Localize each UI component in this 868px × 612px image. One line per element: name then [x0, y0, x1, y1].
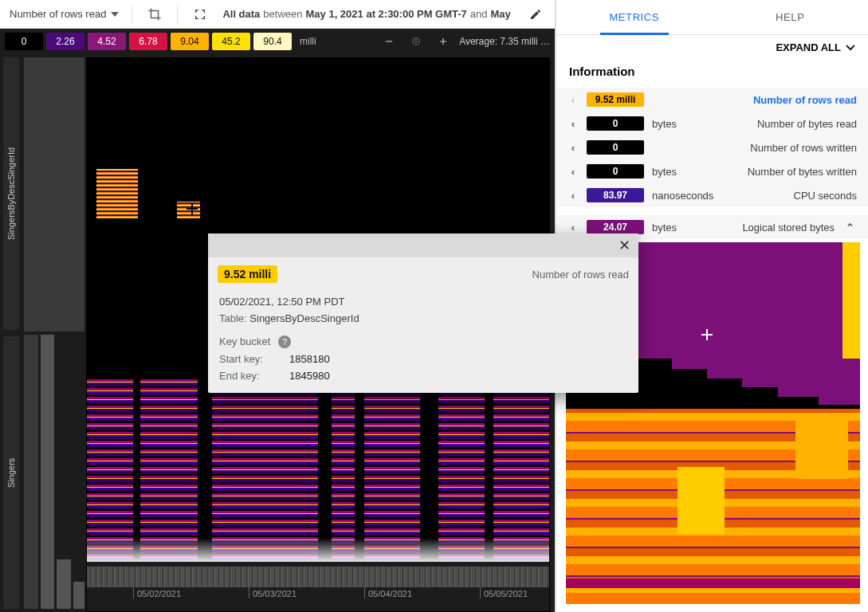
tooltip-startkey-value: 1858180	[289, 353, 627, 365]
legend-swatch[interactable]: 6.78	[129, 33, 167, 50]
time-tick: 05/03/2021	[249, 587, 297, 598]
metric-name: Logical stored bytes	[732, 222, 835, 233]
chevron-left-icon: ‹	[568, 94, 579, 106]
chevron-up-icon[interactable]: ⌃	[842, 222, 857, 233]
side-aggregate-strip	[22, 54, 86, 612]
help-icon[interactable]: ?	[278, 335, 291, 348]
tooltip-table-label: Table:	[219, 312, 247, 324]
legend-unit: milli	[300, 36, 316, 47]
metric-unit: nanoseconds	[652, 190, 724, 202]
zoom-in-icon[interactable]	[432, 30, 454, 53]
heatmap-viz: SingersByDescSingerId Singers	[0, 54, 555, 612]
row-label-1[interactable]: Singers	[3, 336, 19, 609]
legend-bar: 02.264.526.789.0445.290.4 milli Average:…	[0, 29, 555, 54]
metric-value-swatch: 24.07	[587, 220, 644, 234]
metric-unit: bytes	[652, 118, 724, 130]
divider	[177, 5, 178, 24]
expand-all-button[interactable]: EXPAND ALL	[556, 35, 868, 60]
metric-row[interactable]: ‹0Number of rows written	[556, 135, 868, 159]
tab-help[interactable]: HELP	[713, 0, 869, 34]
chevron-left-icon[interactable]: ‹	[568, 166, 579, 178]
heat-lower	[87, 379, 549, 562]
tooltip-endkey-value: 1845980	[289, 370, 627, 382]
information-title: Information	[556, 60, 868, 88]
chevron-left-icon[interactable]: ‹	[568, 190, 579, 202]
time-tick: 05/05/2021	[480, 587, 528, 598]
tooltip-endkey-label: End key:	[219, 370, 283, 382]
tooltip-datetime: 05/02/2021, 12:50 PM PDT	[219, 296, 627, 308]
metric-dropdown-label: Number of rows read	[10, 8, 106, 20]
metric-value-swatch: 0	[587, 140, 644, 155]
metric-list: ‹9.52 milliNumber of rows read‹0bytesNum…	[556, 88, 868, 207]
strip-bars	[24, 335, 84, 609]
crop-icon[interactable]	[140, 0, 169, 29]
chevron-left-icon[interactable]: ‹	[568, 142, 579, 154]
tooltip-startkey-label: Start key:	[219, 353, 283, 365]
strip-bar	[41, 335, 55, 609]
heatmap-canvas[interactable]: 05/02/202105/03/202105/04/202105/05/2021…	[86, 57, 550, 612]
strip-bar	[24, 335, 38, 609]
tooltip-header: ✕	[208, 233, 638, 257]
tooltip-table-value: SingersByDescSingerId	[249, 312, 359, 324]
date-range-between: between	[263, 8, 302, 20]
adjust-icon[interactable]	[405, 30, 427, 53]
chevron-down-icon	[846, 45, 855, 51]
legend-swatch[interactable]: 45.2	[212, 33, 250, 50]
time-tick: 05/02/2021	[133, 587, 181, 598]
legend-swatch[interactable]: 9.04	[171, 33, 209, 50]
metric-unit: bytes	[652, 166, 724, 178]
metric-value-swatch: 83.97	[587, 188, 644, 202]
metric-row[interactable]: ‹9.52 milliNumber of rows read	[556, 88, 868, 112]
date-range-and: and	[470, 8, 488, 20]
strip-bar	[57, 559, 71, 609]
expand-all-label: EXPAND ALL	[776, 41, 841, 53]
metric-value-swatch: 0	[587, 116, 644, 131]
heat-burst	[177, 202, 200, 218]
tooltip-metric-name: Number of rows read	[532, 269, 629, 280]
page-header: Number of rows read All data between May…	[0, 0, 555, 29]
divider	[132, 5, 132, 24]
tooltip-bucket-label: Key bucket	[219, 335, 270, 347]
metric-row[interactable]: ‹83.97nanosecondsCPU seconds	[556, 183, 868, 207]
legend-swatches: 02.264.526.789.0445.290.4	[5, 33, 292, 50]
overview-sparkline[interactable]	[87, 567, 549, 587]
metric-row[interactable]: ‹0bytesNumber of bytes read	[556, 112, 868, 135]
time-axis: 05/02/202105/03/202105/04/202105/05/2021	[87, 562, 549, 611]
metric-unit: bytes	[652, 222, 724, 233]
legend-swatch[interactable]: 90.4	[253, 33, 292, 50]
legend-swatch[interactable]: 2.26	[46, 33, 84, 50]
metric-dropdown[interactable]: Number of rows read	[5, 8, 124, 20]
legend-swatch[interactable]: 4.52	[88, 33, 126, 50]
legend-swatch[interactable]: 0	[5, 33, 43, 50]
zoom-out-icon[interactable]	[378, 30, 400, 53]
date-range-all: All data	[222, 8, 260, 20]
row-labels: SingersByDescSingerId Singers	[0, 54, 22, 612]
edit-icon[interactable]	[521, 0, 550, 29]
tooltip-value-badge: 9.52 milli	[218, 265, 277, 283]
time-ticks: 05/02/202105/03/202105/04/202105/05/2021	[87, 587, 549, 603]
metric-name: Number of rows written	[732, 142, 857, 154]
date-range-to: May 5, 2	[491, 8, 513, 20]
heat-burst	[96, 169, 138, 218]
metric-name: Number of bytes read	[732, 118, 857, 130]
metric-value-swatch: 0	[587, 164, 644, 178]
strip-block	[24, 57, 84, 332]
chevron-left-icon[interactable]: ‹	[568, 222, 579, 233]
tab-metrics[interactable]: METRICS	[556, 0, 713, 34]
metric-name: CPU seconds	[732, 190, 857, 202]
fullscreen-icon[interactable]	[186, 0, 214, 29]
chevron-down-icon	[111, 12, 119, 17]
metric-row[interactable]: ‹0bytesNumber of bytes written	[556, 159, 868, 183]
metric-name: Number of bytes written	[732, 166, 857, 178]
metric-value-swatch: 9.52 milli	[587, 92, 644, 107]
metric-name: Number of rows read	[732, 94, 857, 106]
chevron-left-icon[interactable]: ‹	[568, 118, 579, 130]
svg-point-1	[415, 41, 418, 43]
close-icon[interactable]: ✕	[619, 238, 630, 253]
date-range-from: May 1, 2021 at 2:30:00 PM GMT-7	[306, 8, 467, 20]
strip-bar	[73, 582, 84, 609]
legend-average: Average: 7.35 milli …	[459, 36, 550, 47]
date-range[interactable]: All data between May 1, 2021 at 2:30:00 …	[222, 8, 513, 20]
cell-tooltip: ✕ 9.52 milli Number of rows read 05/02/2…	[208, 233, 638, 393]
row-label-0[interactable]: SingersByDescSingerId	[3, 57, 19, 330]
